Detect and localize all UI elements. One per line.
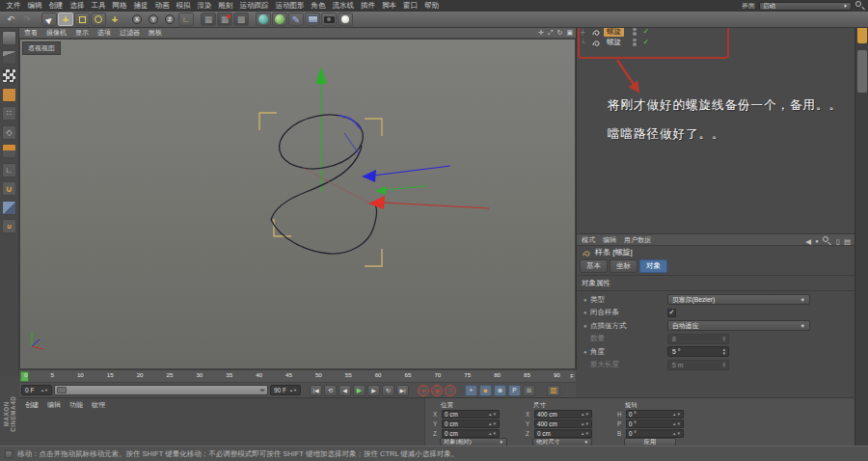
menu-item[interactable]: 网格 xyxy=(109,1,130,11)
key-position-toggle[interactable]: + xyxy=(465,385,477,396)
timeline-tick[interactable]: 10 xyxy=(77,371,84,378)
enable-snap-icon[interactable]: ∪ xyxy=(2,219,16,233)
render-settings-button[interactable]: ▩ xyxy=(233,13,249,26)
viewport-menu-item[interactable]: 显示 xyxy=(75,28,89,38)
undo-button[interactable]: ↶ xyxy=(3,13,18,26)
viewport-menu-item[interactable]: 面板 xyxy=(149,28,162,38)
visibility-dots[interactable] xyxy=(633,28,637,36)
timeline-scrollbar[interactable]: ◂▸ xyxy=(54,385,268,395)
spline-pen-button[interactable]: ✎ xyxy=(288,13,304,26)
rot-p-field[interactable]: 0 °▲▼ xyxy=(626,420,684,428)
timeline-tick[interactable]: 30 xyxy=(196,371,203,378)
redo-button[interactable]: ↷ xyxy=(19,13,35,26)
visibility-dots[interactable] xyxy=(633,39,637,46)
type-dropdown[interactable]: 贝塞尔(Bezier) ▼ xyxy=(667,294,810,305)
snap-magnet-icon[interactable]: ∪ xyxy=(2,181,16,196)
menu-item[interactable]: 帮助 xyxy=(421,1,443,11)
spline-curve[interactable] xyxy=(271,107,376,254)
z-axis-arrow[interactable] xyxy=(362,166,450,182)
timeline-tick[interactable]: 85 xyxy=(524,371,530,378)
key-pla-toggle[interactable]: ⊞ xyxy=(523,385,535,396)
docked-panel-tab[interactable] xyxy=(857,50,867,93)
object-name[interactable]: 螺旋 xyxy=(604,27,624,37)
viewport-menu-item[interactable]: 摄像机 xyxy=(46,28,67,38)
keyframe-options-button[interactable]: ? xyxy=(445,385,456,396)
timeline-tick[interactable]: 55 xyxy=(345,371,352,378)
timeline-tick[interactable]: 20 xyxy=(137,371,144,378)
end-frame-field[interactable]: 90 F▲▼ xyxy=(270,385,301,395)
timeline-ruler[interactable]: 051015202530354045505560657075808590 F xyxy=(19,369,576,383)
key-scale-toggle[interactable]: ■ xyxy=(479,385,492,396)
key-parameter-toggle[interactable]: P xyxy=(508,385,521,396)
menu-item[interactable]: 选择 xyxy=(67,1,88,11)
render-view-button[interactable]: ▦ xyxy=(201,13,216,26)
search-icon[interactable] xyxy=(855,1,865,11)
layout-dropdown[interactable]: 启动 ▼ xyxy=(759,2,852,11)
play-backward-button[interactable]: ◀ xyxy=(339,385,351,396)
move-tool[interactable]: + xyxy=(58,13,73,26)
tree-branch-icon[interactable]: └ xyxy=(581,40,588,45)
timeline-film-icon[interactable]: ▥ xyxy=(547,385,560,396)
record-keyframe-button[interactable]: ● xyxy=(418,385,429,396)
viewport-canvas[interactable]: 透视视图 ✛ ⤢ ↻ ▣ xyxy=(19,39,576,369)
key-rotation-toggle[interactable]: ⊗ xyxy=(494,385,506,396)
timeline-tick[interactable]: 90 xyxy=(554,371,560,378)
close-spline-checkbox[interactable]: ✓ xyxy=(667,309,676,317)
object-name[interactable]: 螺旋 xyxy=(604,38,624,47)
object-row[interactable]: └ 螺旋 ✓ xyxy=(577,37,741,47)
timeline-tick[interactable]: 50 xyxy=(315,371,322,378)
menu-item[interactable]: 运动图形 xyxy=(272,1,308,11)
angle-field[interactable]: 5 ° ▲▼ xyxy=(667,346,729,357)
tab-basic[interactable]: 基本 xyxy=(580,259,608,273)
enable-check-icon[interactable]: ✓ xyxy=(643,38,650,46)
interpolation-dropdown[interactable]: 自动适应 ▼ xyxy=(667,320,810,331)
lock-y-axis-button[interactable]: Y xyxy=(146,13,161,26)
loop-button[interactable]: ⟲ xyxy=(324,385,337,396)
floor-button[interactable] xyxy=(305,13,320,26)
viewport-menu-item[interactable]: 选项 xyxy=(97,28,111,38)
rot-h-field[interactable]: 0 °▲▼ xyxy=(626,410,684,419)
vp-move-icon[interactable]: ✛ xyxy=(538,29,544,37)
size-z-field[interactable]: 0 cm▲▼ xyxy=(534,429,592,438)
pos-y-field[interactable]: 0 cm▲▼ xyxy=(442,420,500,428)
last-tool-button[interactable]: + xyxy=(107,13,122,26)
timeline-tick[interactable]: 80 xyxy=(494,371,501,378)
menu-item[interactable]: 捕捉 xyxy=(130,1,151,11)
tree-branch-icon[interactable]: ┼ xyxy=(581,29,588,35)
edges-mode-icon[interactable]: ◇ xyxy=(2,125,16,140)
timeline-tick[interactable]: 40 xyxy=(256,371,262,378)
rotate-tool[interactable] xyxy=(91,13,106,26)
workplane-mode-icon[interactable] xyxy=(2,88,16,102)
timeline-tick[interactable]: 70 xyxy=(434,371,441,378)
goto-end-button[interactable]: ▶| xyxy=(396,385,409,396)
viewport-menu-item[interactable]: 过滤器 xyxy=(120,28,140,38)
mat-menu-item[interactable]: 功能 xyxy=(69,400,83,409)
viewport-solo-icon[interactable] xyxy=(2,201,16,215)
texture-mode-icon[interactable] xyxy=(2,68,16,83)
play-forward-button[interactable]: ▶ xyxy=(367,385,380,396)
polygons-mode-icon[interactable] xyxy=(2,144,16,158)
play-button[interactable]: ▶ xyxy=(353,385,366,396)
vp-rotate-icon[interactable]: ↻ xyxy=(557,29,563,37)
lock-z-axis-button[interactable]: Z xyxy=(162,13,177,26)
am-menu-item[interactable]: 编辑 xyxy=(603,235,616,245)
menu-item[interactable]: 流水线 xyxy=(329,1,358,11)
timeline-tick[interactable]: 25 xyxy=(167,371,174,378)
current-frame-field[interactable]: 0 F▲▼ xyxy=(21,385,52,395)
filter-back-icon[interactable]: ◀ xyxy=(805,237,811,246)
live-selection-tool[interactable]: ▶ xyxy=(41,13,57,26)
timeline-tick[interactable]: 35 xyxy=(226,371,232,378)
menu-item[interactable]: 文件 xyxy=(3,1,24,11)
menu-item[interactable]: 动画 xyxy=(151,1,173,11)
timeline-tick[interactable]: 5 xyxy=(50,371,53,378)
model-mode-icon[interactable] xyxy=(2,50,16,65)
repeat-button[interactable]: ↻ xyxy=(382,385,394,396)
menu-item[interactable]: 运动跟踪 xyxy=(236,1,272,11)
timeline-tick[interactable]: 75 xyxy=(464,371,471,378)
timeline-tick[interactable]: 0 xyxy=(24,371,27,378)
menu-item[interactable]: 插件 xyxy=(358,1,379,11)
size-x-field[interactable]: 400 cm▲▼ xyxy=(534,410,592,419)
menu-item[interactable]: 角色 xyxy=(308,1,329,11)
camera-button[interactable] xyxy=(321,13,337,26)
timeline-tick[interactable]: 60 xyxy=(375,371,382,378)
